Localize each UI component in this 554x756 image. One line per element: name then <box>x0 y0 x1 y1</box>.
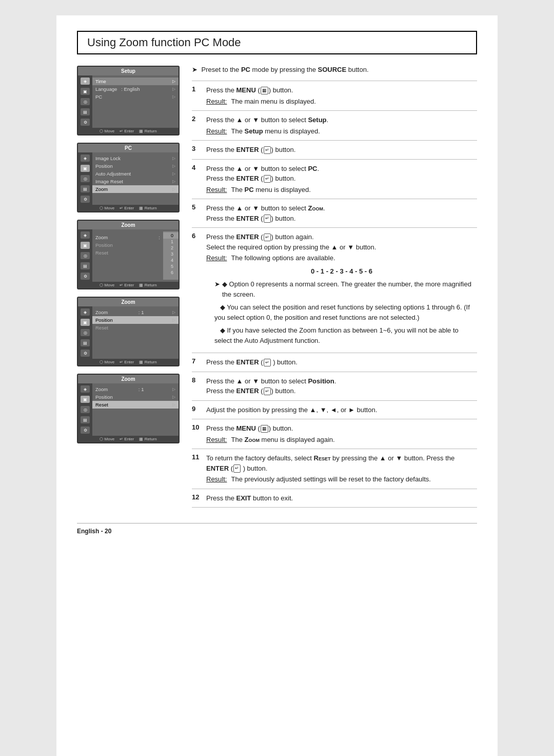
result-text-4: The PC menu is displayed. <box>231 185 310 195</box>
screen-zoom3: Zoom ◈ ▣ ◎ ▤ ⚙ Zoom: 1▷ Positio <box>77 374 180 443</box>
menu-item-time: Time▷ <box>92 77 179 85</box>
zoom-opt-2: 2 <box>163 245 179 251</box>
screen-zoom2-title: Zoom <box>78 298 179 306</box>
step-num-9: 9 <box>192 405 201 413</box>
icon-4: ⚙ <box>81 119 90 126</box>
screen-zoom2-menu: Zoom: 1▷ Position▷ Reset <box>92 306 179 359</box>
page-title: Using Zoom function PC Mode <box>87 36 467 49</box>
step-content-3: Press the ENTER (↵) button. <box>206 145 477 155</box>
zoom-number-list: 0 1 2 3 4 5 6 <box>163 231 179 280</box>
screen-pc-sidebar: ◈ ▣ ◎ ▤ ⚙ <box>78 152 92 205</box>
screen-setup-sidebar: ◈ ▣ ◎ ▤ ⚙ <box>78 75 92 128</box>
menu-item-position: Position▷ <box>92 162 179 170</box>
zoom-opt-6: 6 <box>163 269 179 276</box>
screen-setup-footer: ⬡ Move ↵ Enter ▦ Return <box>78 128 179 134</box>
options-line: 0 - 1 - 2 - 3 - 4 - 5 - 6 <box>206 266 477 277</box>
result-4: Result: The PC menu is displayed. <box>206 185 477 195</box>
note-item-3: ◆ If you have selected the Zoom function… <box>214 325 477 345</box>
note-block: ➤ ◆ Option 0 represents a normal screen.… <box>214 279 477 345</box>
icon-z1-3: ▤ <box>81 262 90 269</box>
step-num-1: 1 <box>192 85 201 93</box>
screen-pc: PC ◈ ▣ ◎ ▤ ⚙ Image Lock▷ Positi <box>77 143 180 212</box>
result-label-2: Result: <box>206 126 227 137</box>
result-1: Result: The main menu is displayed. <box>206 96 477 107</box>
result-text-2: The Setup menu is displayed. <box>231 126 320 137</box>
result-text-11: The previously adjusted settings will be… <box>231 474 430 484</box>
icon-z3-2: ◎ <box>81 406 90 413</box>
icon-pc-0: ◈ <box>81 154 90 162</box>
left-column: Setup ◈ ▣ ◎ ▤ ⚙ Time▷ Language <box>77 66 180 508</box>
screen-zoom3-body: ◈ ▣ ◎ ▤ ⚙ Zoom: 1▷ Position▷ <box>78 383 179 436</box>
menu-z2-reset: Reset <box>92 324 179 332</box>
menu-item-zoom: Zoom▷ <box>92 185 179 193</box>
page: Using Zoom function PC Mode Setup ◈ ▣ ◎ … <box>56 15 498 756</box>
step-num-5: 5 <box>192 203 201 211</box>
zoom-opt-0: 0 <box>163 232 179 239</box>
step-8: 8 Press the ▲ or ▼ button to select Posi… <box>192 372 477 401</box>
screen-zoom2-sidebar: ◈ ▣ ◎ ▤ ⚙ <box>78 306 92 359</box>
icon-0: ◈ <box>81 77 90 85</box>
step-num-10: 10 <box>192 423 201 431</box>
step-num-4: 4 <box>192 164 201 171</box>
icon-z1-4: ⚙ <box>81 273 90 280</box>
icon-z2-1: ▣ <box>81 319 90 326</box>
note-item-1: ➤ ◆ Option 0 represents a normal screen.… <box>214 279 477 299</box>
bullet-1: ➤ <box>214 279 220 299</box>
step-content-8: Press the ▲ or ▼ button to select Positi… <box>206 376 477 396</box>
icon-z2-3: ▤ <box>81 339 90 346</box>
icon-1: ▣ <box>81 88 90 95</box>
step-num-12: 12 <box>192 493 201 501</box>
result-label-10: Result: <box>206 435 227 445</box>
menu-item-pc: PC▷ <box>92 93 179 101</box>
result-label-1: Result: <box>206 96 227 107</box>
step-num-8: 8 <box>192 376 201 384</box>
icon-pc-2: ◎ <box>81 175 90 182</box>
icon-z2-0: ◈ <box>81 308 90 316</box>
icon-pc-1: ▣ <box>81 165 90 172</box>
step-10: 10 Press the MENU (▦) button. Result: Th… <box>192 419 477 449</box>
step-4: 4 Press the ▲ or ▼ button to select PC. … <box>192 160 477 200</box>
page-number: English - 20 <box>77 528 111 535</box>
menu-z3-position: Position▷ <box>92 393 179 401</box>
screen-pc-menu: Image Lock▷ Position▷ Auto Adjustment▷ I… <box>92 152 179 205</box>
screen-setup-title: Setup <box>78 67 179 75</box>
step-num-3: 3 <box>192 145 201 152</box>
icon-pc-3: ▤ <box>81 185 90 192</box>
zoom-opt-1: 1 <box>163 239 179 245</box>
step-num-11: 11 <box>192 453 201 461</box>
note-text-1: ◆ Option 0 represents a normal screen. T… <box>222 279 477 299</box>
step-content-5: Press the ▲ or ▼ button to select Zoom. … <box>206 203 477 223</box>
screen-setup-body: ◈ ▣ ◎ ▤ ⚙ Time▷ Language : English▷ <box>78 75 179 128</box>
result-label-4: Result: <box>206 185 227 195</box>
screen-pc-footer: ⬡ Move ↵ Enter ▦ Return <box>78 205 179 211</box>
arrow-icon: ➤ <box>192 66 197 73</box>
menu-item-auto: Auto Adjustment▷ <box>92 170 179 178</box>
step-content-2: Press the ▲ or ▼ button to select Setup.… <box>206 115 477 136</box>
result-11: Result: The previously adjusted settings… <box>206 474 477 484</box>
menu-z2-zoom: Zoom: 1▷ <box>92 308 179 316</box>
icon-z1-0: ◈ <box>81 231 90 239</box>
screen-zoom1: Zoom ◈ ▣ ◎ ▤ ⚙ Zoom: <box>77 220 180 289</box>
screen-zoom1-menu: Zoom: Position Reset 0 1 <box>92 229 179 282</box>
result-text-10: The Zoom menu is displayed again. <box>231 435 334 445</box>
icon-z2-2: ◎ <box>81 329 90 336</box>
screen-pc-title: PC <box>78 144 179 152</box>
result-2: Result: The Setup menu is displayed. <box>206 126 477 137</box>
step-num-7: 7 <box>192 357 201 365</box>
screen-zoom1-sidebar: ◈ ▣ ◎ ▤ ⚙ <box>78 229 92 282</box>
steps-list: 1 Press the MENU (▦) button. Result: The… <box>192 81 477 508</box>
icon-z2-4: ⚙ <box>81 350 90 357</box>
menu-z2-position: Position▷ <box>92 316 179 324</box>
result-6: Result: The following options are availa… <box>206 253 477 263</box>
content-area: Setup ◈ ▣ ◎ ▤ ⚙ Time▷ Language <box>77 66 477 508</box>
step-num-2: 2 <box>192 115 201 123</box>
step-content-7: Press the ENTER (↵ ) button. <box>206 357 477 367</box>
menu-z3-zoom: Zoom: 1▷ <box>92 385 179 393</box>
screen-zoom3-sidebar: ◈ ▣ ◎ ▤ ⚙ <box>78 383 92 436</box>
step-11: 11 To return the factory defaults, selec… <box>192 449 477 489</box>
screen-zoom3-footer: ⬡ Move ↵ Enter ▦ Return <box>78 436 179 442</box>
step-2: 2 Press the ▲ or ▼ button to select Setu… <box>192 111 477 141</box>
result-text-1: The main menu is displayed. <box>231 96 315 107</box>
step-5: 5 Press the ▲ or ▼ button to select Zoom… <box>192 199 477 228</box>
note-item-2: ◆ You can select the position and reset … <box>214 302 477 322</box>
